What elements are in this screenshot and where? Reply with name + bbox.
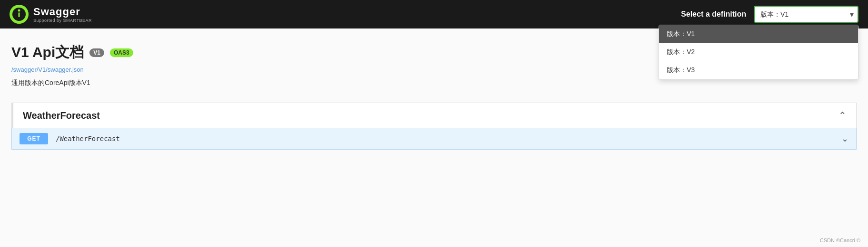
definition-select-wrapper[interactable]: 版本：V1 版本：V2 版本：V3 ▾ <box>754 6 858 23</box>
api-title: V1 Api文档 <box>11 43 84 62</box>
dropdown-item-v3[interactable]: 版本：V3 <box>659 61 858 79</box>
header-right: Select a definition 版本：V1 版本：V2 版本：V3 ▾ <box>681 6 858 23</box>
get-weather-endpoint[interactable]: GET /WeatherForecast ⌄ <box>11 128 857 150</box>
section-collapse-icon: ⌃ <box>838 110 847 121</box>
app-header: Swagger Supported by SMARTBEAR Select a … <box>0 0 868 28</box>
dropdown-item-v2[interactable]: 版本：V2 <box>659 43 858 61</box>
svg-point-2 <box>18 10 20 12</box>
api-description: 通用版本的CoreApi版本V1 <box>11 79 857 87</box>
endpoint-expand-icon: ⌄ <box>841 133 848 144</box>
swagger-logo-icon <box>10 5 29 24</box>
smartbear-label: Supported by SMARTBEAR <box>33 18 92 23</box>
http-method-badge: GET <box>20 133 48 144</box>
definition-select[interactable]: 版本：V1 版本：V2 版本：V3 <box>754 6 858 23</box>
select-definition-label: Select a definition <box>681 10 746 19</box>
oas3-badge: OAS3 <box>110 48 133 57</box>
logo-area: Swagger Supported by SMARTBEAR <box>10 5 92 24</box>
dropdown-item-v1[interactable]: 版本：V1 <box>659 25 858 43</box>
definition-dropdown[interactable]: 版本：V1 版本：V2 版本：V3 <box>659 25 858 80</box>
v1-badge: V1 <box>89 48 104 57</box>
footer-text: CSDN ©Cancri © <box>820 238 860 243</box>
endpoint-path: /WeatherForecast <box>56 135 120 142</box>
svg-rect-3 <box>19 12 20 17</box>
weather-forecast-section[interactable]: WeatherForecast ⌃ <box>11 103 857 128</box>
section-title: WeatherForecast <box>23 110 100 121</box>
logo-text-area: Swagger Supported by SMARTBEAR <box>33 6 92 23</box>
page-footer: CSDN ©Cancri © <box>820 238 860 243</box>
swagger-brand: Swagger <box>33 6 92 18</box>
